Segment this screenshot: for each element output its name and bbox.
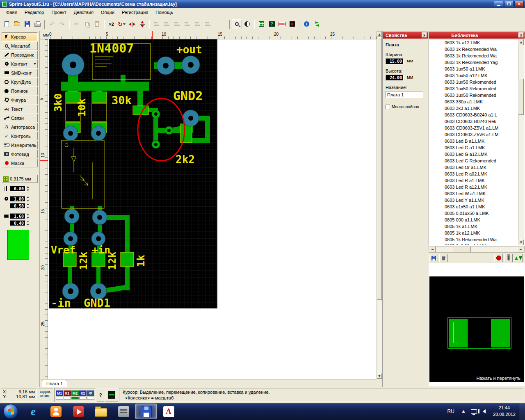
smd-width-field[interactable]: 1.60 xyxy=(10,213,25,219)
tool-zoom[interactable]: Масштаб xyxy=(2,41,38,50)
library-item[interactable]: 0603 CD0603-B0240 Rek xyxy=(429,118,524,125)
print-button[interactable] xyxy=(32,19,43,29)
library-delete-button[interactable] xyxy=(439,254,448,262)
library-horizontal-scrollbar[interactable]: ◄ ► xyxy=(429,246,525,253)
tool-connections[interactable]: Связи xyxy=(2,114,38,122)
tool-track[interactable]: Проводник xyxy=(2,50,38,59)
tool-pad[interactable]: Контакт xyxy=(2,59,38,68)
scroll-left-arrow[interactable]: ◄ xyxy=(429,247,436,252)
tray-expand-icon[interactable] xyxy=(462,410,465,413)
layer-m1-active[interactable] xyxy=(56,397,63,399)
board-view-button[interactable] xyxy=(105,388,118,402)
library-item[interactable]: 0603 Led R a02.LMK xyxy=(429,171,524,177)
library-item[interactable]: 0603 Led Or a1.LMK xyxy=(429,164,524,171)
menu-file[interactable]: Файл xyxy=(2,9,21,16)
library-item[interactable]: 0603 Led G a12.LMK xyxy=(429,151,524,158)
menu-project[interactable]: Проект xyxy=(48,9,70,16)
layers-button[interactable] xyxy=(256,19,267,29)
library-item[interactable]: 0805 0,01ux50 a.LMK xyxy=(429,210,524,217)
tool-cursor[interactable]: Курсор xyxy=(2,32,38,41)
save-button[interactable] xyxy=(22,19,32,29)
layer-f-badge[interactable]: Ф xyxy=(87,390,94,396)
taskbar-internet-explorer[interactable]: e xyxy=(23,404,44,419)
library-item[interactable]: 0603 Led R a1.LMK xyxy=(429,177,524,184)
layer-m1-badge[interactable]: М1 xyxy=(56,390,63,396)
library-item[interactable]: 0805 1k a12.LMK xyxy=(429,230,524,236)
library-close-button[interactable]: x xyxy=(518,32,524,38)
tool-circle-arc[interactable]: Круг/Дуга xyxy=(2,78,38,86)
multilayer-checkbox[interactable] xyxy=(386,105,390,109)
library-item[interactable]: 0603 Led G Rekomended xyxy=(429,158,524,164)
library-item[interactable]: 0603 Led W a1.LMK xyxy=(429,190,524,197)
check-button[interactable]: ? xyxy=(267,19,277,29)
pcb-board[interactable]: 1N4007 +out GND2 30k 3k0 10k 2k2 Vref +i… xyxy=(49,39,217,308)
track-width-field[interactable]: 0.80 xyxy=(10,186,25,192)
taskbar-sprint-layout[interactable] xyxy=(135,404,157,419)
library-vertical-scrollbar[interactable]: ▲ ▼ xyxy=(518,39,524,245)
board-canvas[interactable]: 1N4007 +out GND2 30k 3k0 10k 2k2 Vref +i… xyxy=(48,39,377,379)
library-pin-button[interactable] xyxy=(504,254,513,262)
menu-registration[interactable]: Регистрация xyxy=(118,9,152,16)
mask-view-button[interactable] xyxy=(287,19,297,29)
paste-button[interactable] xyxy=(92,19,102,29)
layer-k1-active[interactable] xyxy=(64,397,71,399)
layer-k2-badge[interactable]: К2 xyxy=(79,390,87,396)
scroll-thumb[interactable] xyxy=(518,79,524,115)
library-color-button[interactable] xyxy=(494,254,503,262)
library-item[interactable]: 0603 Led B a1.LMK xyxy=(429,138,524,144)
library-item[interactable]: 0603 1ux50 Rekomended xyxy=(429,92,524,98)
library-item[interactable]: 0603 1ux50 a1.LMK xyxy=(429,66,524,72)
tool-shape[interactable]: Фигура xyxy=(2,96,38,104)
taskbar-explorer[interactable] xyxy=(90,404,112,419)
zoom-button[interactable] xyxy=(232,19,242,29)
duplicate-x2-button[interactable]: ×2 xyxy=(106,19,116,29)
taskbar-media-player[interactable] xyxy=(68,404,89,419)
layer-help-button[interactable]: ? xyxy=(97,388,104,402)
translate-button[interactable] xyxy=(312,19,322,29)
pad-drill-spinner[interactable] xyxy=(26,203,30,209)
rotate-button[interactable]: ↻ xyxy=(116,19,127,29)
library-item[interactable]: 0603 CD0603-Z5V6 a1.LM xyxy=(429,131,524,138)
scroll-up-arrow[interactable]: ▲ xyxy=(377,32,382,37)
pad-drill-field[interactable]: 0.50 xyxy=(10,203,25,209)
scroll-down-arrow[interactable]: ▼ xyxy=(377,373,382,379)
scroll-thumb[interactable] xyxy=(452,247,471,252)
library-preview[interactable]: Нажать и перетянуть xyxy=(429,276,524,382)
menu-help[interactable]: Помощь xyxy=(152,9,177,16)
redo-button[interactable]: ↷ xyxy=(57,19,67,29)
tool-text[interactable]: ab|Текст xyxy=(2,105,38,113)
library-item[interactable]: 0603 CD0603-Z5V1 a1.LM xyxy=(429,125,524,131)
layer-k2-active[interactable] xyxy=(79,397,87,399)
align-right-button[interactable] xyxy=(172,19,182,29)
close-button[interactable]: × xyxy=(514,1,524,7)
library-item[interactable]: 0603 u1x50 a1.LMK xyxy=(429,203,524,210)
library-save-button[interactable] xyxy=(429,254,438,262)
maximize-button[interactable] xyxy=(504,1,514,7)
pad-dropdown-arrow[interactable] xyxy=(34,63,36,65)
contrast-button[interactable] xyxy=(242,19,252,29)
library-item[interactable]: 0603 Led G a1.LMK xyxy=(429,144,524,151)
open-file-button[interactable] xyxy=(12,19,22,29)
board-height-field[interactable]: 24.00 xyxy=(386,75,404,81)
tool-control[interactable]: ✓Контроль xyxy=(2,132,38,140)
properties-close-button[interactable]: x xyxy=(422,32,427,38)
smd-width-spinner[interactable] xyxy=(26,213,30,219)
tool-photoview[interactable]: Фотовид xyxy=(2,150,38,158)
mirror-vertical-button[interactable] xyxy=(137,19,147,29)
track-width-spinner[interactable] xyxy=(26,186,30,192)
start-button[interactable] xyxy=(3,404,18,419)
undo-button[interactable]: ↶ xyxy=(47,19,57,29)
scroll-up-arrow[interactable]: ▲ xyxy=(518,39,524,45)
menu-edit[interactable]: Редактор xyxy=(21,9,48,16)
library-item[interactable]: 0603 1ux50 Rekomended xyxy=(429,85,524,92)
layer-k1-badge[interactable]: К1 xyxy=(64,390,71,396)
library-item[interactable]: 0603 1ux50 Rekomended xyxy=(429,79,524,85)
taskbar-utility[interactable] xyxy=(113,404,134,419)
library-item[interactable]: 0603 1k Rekomended Wa xyxy=(429,52,524,59)
library-item[interactable]: 0603 1k Rekomended Wa xyxy=(429,46,524,52)
align-left-button[interactable] xyxy=(151,19,162,29)
layer-m2-active[interactable] xyxy=(71,397,79,399)
tool-measure[interactable]: Измеритель xyxy=(2,141,38,149)
layer-color-swatch[interactable] xyxy=(7,230,29,260)
library-item[interactable]: 0603 1k a12.LMK xyxy=(429,39,524,46)
